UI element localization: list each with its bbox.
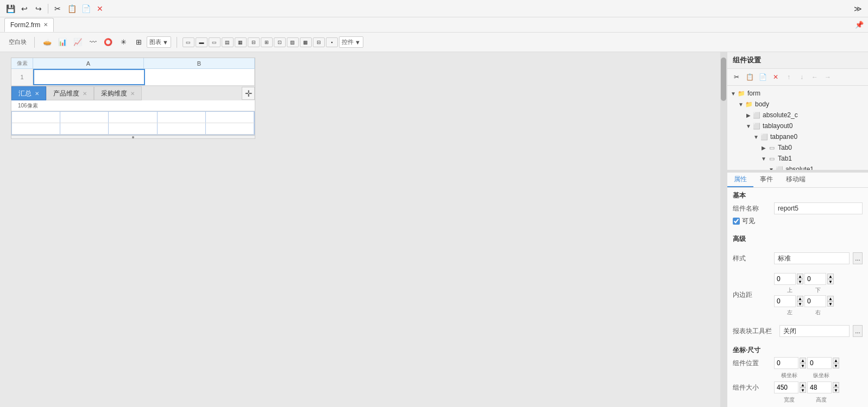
redo-button[interactable]: ↪ (33, 3, 45, 15)
charts-dropdown[interactable]: 图表 ▼ (147, 36, 171, 48)
size-w-down[interactable]: ▼ (800, 387, 806, 393)
ctrl1-btn[interactable]: ▭ (183, 37, 194, 47)
pos-x-spinner[interactable]: ▲ ▼ (800, 358, 806, 368)
rpanel-delete-btn[interactable]: ✕ (770, 71, 782, 83)
tab-purchase[interactable]: 采购维度 ✕ (94, 86, 142, 100)
tree-tab0[interactable]: ▶ ▭ Tab0 (727, 142, 868, 153)
tab-close-icon[interactable]: ✕ (43, 22, 48, 28)
tab-form2[interactable]: Form2.frm ✕ (4, 18, 54, 32)
pos-y-up[interactable]: ▲ (833, 358, 839, 363)
spinner-down[interactable]: ▼ (797, 279, 803, 284)
tab-summary[interactable]: 汇总 ✕ (11, 86, 46, 100)
props-tab-events[interactable]: 事件 (753, 173, 779, 187)
position-y-input[interactable] (807, 357, 832, 369)
radar-chart-btn[interactable]: ✳ (116, 35, 130, 49)
padding-right-spinner[interactable]: ▲ ▼ (827, 296, 834, 307)
selected-cell[interactable] (33, 69, 145, 85)
grid-cell-2-5[interactable] (206, 123, 254, 134)
tab-summary-close[interactable]: ✕ (35, 91, 39, 97)
props-name-value[interactable]: report5 (774, 202, 863, 214)
tree-absolute1[interactable]: ▼ ⬜ absolute1 (727, 164, 868, 170)
pos-y-spinner[interactable]: ▲ ▼ (833, 358, 839, 368)
visible-checkbox-input[interactable] (733, 218, 740, 225)
spinner-up[interactable]: ▲ (797, 274, 803, 279)
size-height-input[interactable] (807, 381, 832, 393)
area-chart-btn[interactable]: 〰 (86, 35, 100, 49)
ctrl3-btn[interactable]: ▭ (209, 37, 221, 47)
rpanel-up-btn[interactable]: ↑ (783, 71, 795, 83)
scroll-thumb[interactable] (721, 58, 726, 101)
props-tab-mobile[interactable]: 移动端 (779, 173, 812, 187)
ctrl7-btn[interactable]: ⊞ (261, 37, 273, 47)
ctrl2-btn[interactable]: ▬ (196, 37, 207, 47)
ctrl12-btn[interactable]: ▪ (326, 37, 338, 47)
tree-tabpane0[interactable]: ▼ ⬜ tabpane0 (727, 131, 868, 142)
tree-arrow-absolute2c[interactable]: ▶ (745, 112, 752, 118)
pie-chart-btn[interactable]: 🥧 (40, 35, 54, 49)
spinner-down4[interactable]: ▼ (827, 301, 834, 307)
ctrl9-btn[interactable]: ▨ (287, 37, 299, 47)
tree-absolute2c[interactable]: ▶ ⬜ absolute2_c (727, 110, 868, 120)
resize-handle[interactable] (11, 135, 255, 138)
tree-arrow-tab0[interactable]: ▶ (760, 145, 768, 151)
tab-product-close[interactable]: ✕ (83, 91, 87, 97)
cut-button[interactable]: ✂ (52, 3, 64, 15)
grid-cell-1-5[interactable] (206, 112, 254, 123)
padding-bottom-input[interactable] (804, 273, 826, 285)
grid-cell-2-1[interactable] (12, 123, 60, 134)
padding-right-input[interactable] (804, 295, 826, 307)
pos-y-down[interactable]: ▼ (833, 363, 839, 368)
ctrl8-btn[interactable]: ⊡ (274, 37, 286, 47)
rpanel-left-btn[interactable]: ← (809, 71, 821, 83)
rpanel-cut-btn[interactable]: ✂ (731, 71, 743, 83)
pos-x-up[interactable]: ▲ (800, 358, 806, 363)
ctrl4-btn[interactable]: ▤ (222, 37, 234, 47)
grid-cell-1-4[interactable] (158, 112, 206, 123)
copy-button[interactable]: 📋 (66, 3, 78, 15)
tab-purchase-close[interactable]: ✕ (130, 91, 135, 97)
rpanel-down-btn[interactable]: ↓ (796, 71, 808, 83)
props-report-toolbar-edit-btn[interactable]: … (853, 325, 863, 337)
size-w-up[interactable]: ▲ (800, 382, 806, 387)
save-button[interactable]: 💾 (4, 3, 16, 15)
padding-left-spinner[interactable]: ▲ ▼ (797, 296, 803, 307)
grid-cell-2-2[interactable] (60, 123, 109, 134)
rpanel-paste-btn[interactable]: 📄 (757, 71, 769, 83)
tab-add-button[interactable]: ✛ (242, 87, 255, 100)
ctrl10-btn[interactable]: ▩ (300, 37, 312, 47)
grid-cell-1-3[interactable] (109, 112, 157, 123)
bar-chart-btn[interactable]: 📊 (55, 35, 70, 49)
tree-tab1[interactable]: ▼ ▭ Tab1 (727, 153, 868, 164)
collapse-button[interactable]: ≫ (852, 3, 864, 15)
delete-button[interactable]: ✕ (94, 3, 106, 15)
props-report-toolbar-value[interactable]: 关闭 (779, 325, 850, 337)
spinner-down3[interactable]: ▼ (797, 301, 803, 307)
undo-button[interactable]: ↩ (18, 3, 30, 15)
size-h-down[interactable]: ▼ (833, 387, 839, 393)
line-chart-btn[interactable]: 📈 (71, 35, 85, 49)
props-style-edit-btn[interactable]: … (853, 252, 863, 264)
grid-cell-2-3[interactable] (109, 123, 157, 134)
paste-button[interactable]: 📄 (80, 3, 92, 15)
spinner-down2[interactable]: ▼ (827, 279, 834, 284)
canvas-scrollbar[interactable] (720, 52, 727, 407)
props-tab-attributes[interactable]: 属性 (727, 173, 753, 187)
pos-x-down[interactable]: ▼ (800, 363, 806, 368)
padding-left-input[interactable] (774, 295, 796, 307)
padding-top-spinner[interactable]: ▲ ▼ (797, 274, 803, 284)
spinner-up2[interactable]: ▲ (827, 274, 834, 279)
tree-arrow-body[interactable]: ▼ (737, 101, 745, 107)
tree-arrow-form[interactable]: ▼ (729, 91, 737, 97)
tree-form[interactable]: ▼ 📁 form (727, 88, 868, 99)
spinner-up4[interactable]: ▲ (827, 296, 834, 301)
tab-pin-button[interactable]: 📌 (855, 21, 864, 29)
ctrl5-btn[interactable]: ▦ (235, 37, 247, 47)
tab-product[interactable]: 产品维度 ✕ (46, 86, 94, 100)
controls-dropdown[interactable]: 控件 ▼ (339, 36, 363, 48)
donut-chart-btn[interactable]: ⭕ (101, 35, 115, 49)
rpanel-right-btn[interactable]: → (822, 71, 834, 83)
size-h-up[interactable]: ▲ (833, 382, 839, 387)
size-w-spinner[interactable]: ▲ ▼ (800, 382, 806, 393)
tree-arrow-tabpane0[interactable]: ▼ (752, 134, 760, 140)
rpanel-copy-btn[interactable]: 📋 (744, 71, 756, 83)
